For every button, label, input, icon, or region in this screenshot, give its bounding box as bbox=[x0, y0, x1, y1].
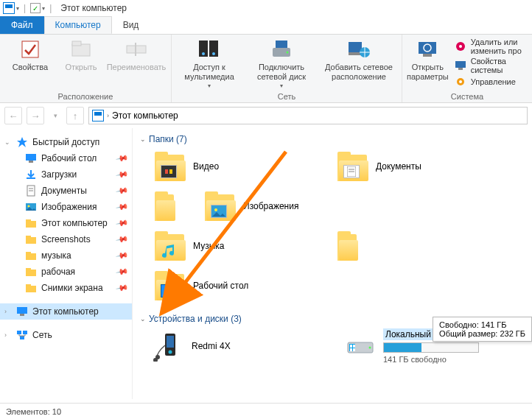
star-icon bbox=[16, 136, 28, 148]
nav-back-button[interactable]: ← bbox=[4, 107, 22, 124]
svg-rect-38 bbox=[26, 252, 31, 254]
quick-access-label: Быстрый доступ bbox=[32, 137, 99, 147]
sidebar-item-documents[interactable]: Документы 📌 bbox=[0, 183, 132, 199]
svg-point-55 bbox=[214, 208, 217, 211]
dropdown-icon: ▾ bbox=[280, 82, 283, 89]
svg-rect-20 bbox=[455, 61, 466, 68]
svg-point-8 bbox=[212, 52, 215, 55]
open-settings-button[interactable]: Открыть параметры bbox=[407, 38, 449, 81]
navbar: ← → ▾ ↑ › Этот компьютер bbox=[0, 103, 532, 128]
documents-icon bbox=[25, 185, 37, 197]
sidebar-item-label: Документы bbox=[41, 186, 87, 196]
chevron-down-icon[interactable]: ⌄ bbox=[4, 138, 12, 146]
folder-pictures[interactable]: Изображения bbox=[203, 189, 365, 224]
gear-icon bbox=[455, 76, 466, 88]
pin-icon: 📌 bbox=[116, 184, 130, 198]
svg-rect-64 bbox=[353, 345, 355, 348]
sidebar-item-downloads[interactable]: Загрузки 📌 bbox=[0, 166, 132, 183]
sidebar-item-label: Изображения bbox=[41, 202, 97, 212]
chevron-down-icon: ⌄ bbox=[140, 315, 146, 323]
sidebar-quick-access[interactable]: ⌄ Быстрый доступ bbox=[0, 134, 132, 150]
folder-documents[interactable]: Документы bbox=[336, 149, 498, 184]
manage-button[interactable]: Управление bbox=[455, 76, 528, 88]
sidebar-item-pictures[interactable]: Изображения 📌 bbox=[0, 199, 132, 215]
folder-icon bbox=[336, 231, 358, 261]
svg-rect-0 bbox=[22, 41, 38, 57]
sidebar-item-this-pc[interactable]: Этот компьютер 📌 bbox=[0, 215, 132, 231]
svg-rect-33 bbox=[26, 221, 36, 228]
svg-rect-66 bbox=[353, 348, 355, 351]
chevron-right-icon[interactable]: › bbox=[107, 112, 109, 119]
group-label-system: Система bbox=[407, 92, 528, 101]
statusbar: Элементов: 10 bbox=[0, 403, 532, 419]
folder-icon bbox=[336, 152, 368, 181]
titlebar: ▾ | ✓ ▾ | Этот компьютер bbox=[0, 0, 532, 16]
disk-free-text: 141 ГБ свободно bbox=[383, 355, 479, 364]
uninstall-program-button[interactable]: Удалить или изменить про bbox=[455, 38, 528, 55]
qat-dropdown-icon[interactable]: ▾ bbox=[16, 5, 19, 12]
tooltip-line2: Общий размер: 232 ГБ bbox=[439, 329, 525, 338]
chevron-right-icon[interactable]: › bbox=[4, 308, 12, 315]
folders-grid: Видео Документы Изображения Музыка bbox=[140, 149, 532, 303]
sidebar-item-desktop[interactable]: Рабочий стол 📌 bbox=[0, 150, 132, 166]
folder-music[interactable]: Музыка bbox=[153, 228, 315, 264]
folder-desktop[interactable]: Рабочий стол bbox=[153, 268, 315, 303]
window-title: Этот компьютер bbox=[60, 3, 127, 13]
svg-rect-21 bbox=[458, 68, 463, 70]
breadcrumb[interactable]: › Этот компьютер bbox=[88, 107, 528, 124]
sidebar-item-label: Screenshots bbox=[41, 234, 91, 244]
qat-checkbox-icon[interactable]: ✓ bbox=[30, 3, 41, 13]
media-label: Доступ к мультимедиа bbox=[176, 63, 242, 81]
media-access-button[interactable]: Доступ к мультимедиа ▾ bbox=[176, 38, 242, 89]
group-label-network: Сеть bbox=[176, 92, 397, 101]
devices-header-label: Устройства и диски (3) bbox=[149, 314, 242, 324]
svg-rect-26 bbox=[29, 161, 33, 163]
sidebar-item-screenshots[interactable]: Screenshots 📌 bbox=[0, 231, 132, 247]
add-location-button[interactable]: Добавить сетевое расположение bbox=[321, 38, 397, 81]
sidebar-network[interactable]: › Сеть bbox=[0, 327, 132, 343]
tab-view[interactable]: Вид bbox=[112, 16, 150, 34]
sidebar-item-screencaps[interactable]: Снимки экрана 📌 bbox=[0, 280, 132, 296]
sidebar-this-pc[interactable]: › Этот компьютер bbox=[0, 303, 132, 320]
folder-icon bbox=[153, 231, 186, 261]
network-icon bbox=[16, 329, 28, 341]
device-phone[interactable]: Redmi 4X bbox=[153, 328, 315, 364]
pin-icon: 📌 bbox=[116, 152, 130, 166]
tab-computer[interactable]: Компьютер bbox=[44, 16, 112, 34]
folder-partial-2[interactable] bbox=[336, 228, 365, 264]
tab-file[interactable]: Файл bbox=[0, 16, 44, 34]
system-icon[interactable] bbox=[3, 2, 15, 14]
globe-drive-icon bbox=[347, 38, 371, 61]
folder-icon bbox=[153, 271, 186, 300]
nav-forward-button[interactable]: → bbox=[27, 107, 44, 124]
sys-props-label: Свойства системы bbox=[471, 57, 528, 74]
pc-icon bbox=[16, 306, 28, 317]
svg-point-58 bbox=[169, 351, 172, 354]
breadcrumb-label: Этот компьютер bbox=[112, 110, 178, 121]
chevron-right-icon[interactable]: › bbox=[4, 331, 12, 339]
folder-partial[interactable] bbox=[153, 189, 183, 224]
pin-icon: 📌 bbox=[116, 249, 130, 263]
open-label: Открыть bbox=[65, 63, 97, 72]
nav-up-button[interactable]: ↑ bbox=[66, 107, 84, 124]
properties-icon bbox=[18, 38, 42, 61]
properties-button[interactable]: Свойства bbox=[4, 38, 56, 72]
sidebar-item-music[interactable]: музыка 📌 bbox=[0, 247, 132, 264]
rename-icon bbox=[125, 38, 148, 61]
folders-section-header[interactable]: ⌄ Папки (7) bbox=[140, 134, 532, 144]
sidebar-item-label: Рабочий стол bbox=[41, 153, 97, 163]
svg-rect-40 bbox=[26, 268, 31, 270]
nav-history-dropdown[interactable]: ▾ bbox=[49, 107, 62, 124]
uninstall-label: Удалить или изменить про bbox=[471, 38, 528, 55]
open-button: Открыть bbox=[62, 38, 100, 72]
folder-videos[interactable]: Видео bbox=[153, 149, 315, 184]
pin-icon: 📌 bbox=[116, 168, 130, 182]
system-properties-button[interactable]: Свойства системы bbox=[455, 57, 528, 74]
tooltip: Свободно: 141 ГБ Общий размер: 232 ГБ bbox=[433, 317, 532, 342]
content-pane: ⌄ Папки (7) Видео Документы Изображения … bbox=[133, 128, 532, 399]
sidebar-item-work[interactable]: рабочая 📌 bbox=[0, 264, 132, 280]
folder-label: Рабочий стол bbox=[193, 281, 248, 291]
qat-dropdown-icon[interactable]: ▾ bbox=[42, 5, 45, 12]
map-drive-button[interactable]: Подключить сетевой диск ▾ bbox=[248, 38, 315, 89]
svg-point-19 bbox=[459, 45, 462, 48]
